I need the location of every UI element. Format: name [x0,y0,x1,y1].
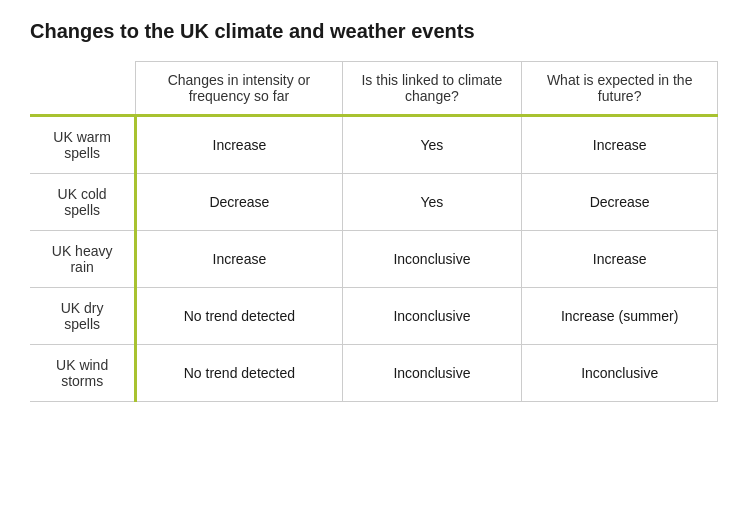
cell-intensity: Increase [136,116,342,174]
table-row: UK heavy rainIncreaseInconclusiveIncreas… [30,231,718,288]
climate-table: Changes in intensity or frequency so far… [30,61,718,402]
cell-event: UK dry spells [30,288,136,345]
page-title: Changes to the UK climate and weather ev… [30,20,718,43]
table-row: UK dry spellsNo trend detectedInconclusi… [30,288,718,345]
cell-future: Inconclusive [522,345,718,402]
cell-intensity: No trend detected [136,288,342,345]
cell-linked: Yes [342,116,522,174]
table-row: UK wind stormsNo trend detectedInconclus… [30,345,718,402]
cell-future: Increase (summer) [522,288,718,345]
table-header-row: Changes in intensity or frequency so far… [30,62,718,116]
cell-event: UK warm spells [30,116,136,174]
cell-future: Increase [522,116,718,174]
cell-linked: Yes [342,174,522,231]
col-header-event [30,62,136,116]
col-header-linked: Is this linked to climate change? [342,62,522,116]
cell-event: UK heavy rain [30,231,136,288]
table-row: UK warm spellsIncreaseYesIncrease [30,116,718,174]
main-container: Changes to the UK climate and weather ev… [30,20,718,402]
cell-intensity: Increase [136,231,342,288]
cell-intensity: No trend detected [136,345,342,402]
cell-future: Increase [522,231,718,288]
cell-linked: Inconclusive [342,288,522,345]
col-header-intensity: Changes in intensity or frequency so far [136,62,342,116]
cell-intensity: Decrease [136,174,342,231]
table-row: UK cold spellsDecreaseYesDecrease [30,174,718,231]
cell-event: UK cold spells [30,174,136,231]
cell-event: UK wind storms [30,345,136,402]
col-header-future: What is expected in the future? [522,62,718,116]
cell-linked: Inconclusive [342,231,522,288]
cell-future: Decrease [522,174,718,231]
cell-linked: Inconclusive [342,345,522,402]
